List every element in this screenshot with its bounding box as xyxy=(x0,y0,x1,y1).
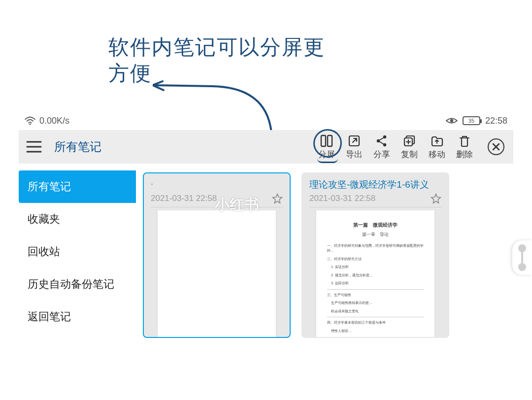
sidebar-item-all-notes[interactable]: 所有笔记 xyxy=(19,170,136,203)
note-title: 。 xyxy=(151,178,283,190)
app-toolbar: 所有笔记 分屏 导出 分享 复制 xyxy=(19,130,513,164)
close-button[interactable] xyxy=(488,138,504,155)
export-icon xyxy=(347,134,361,148)
edge-handle[interactable] xyxy=(512,240,532,275)
hamburger-icon xyxy=(26,140,42,153)
svg-point-1 xyxy=(450,119,453,122)
doc-subheading: 第一章 导论 xyxy=(327,232,424,238)
handle-bar-icon xyxy=(521,252,523,263)
network-speed: 0.00K/s xyxy=(39,116,69,126)
star-icon[interactable] xyxy=(431,193,441,204)
note-timestamp: 2021-03-31 22:58 xyxy=(309,194,375,203)
note-title: 理论攻坚-微观经济学1-6讲义 xyxy=(309,178,441,190)
note-card[interactable]: 理论攻坚-微观经济学1-6讲义 2021-03-31 22:58 第一篇 微观经… xyxy=(301,172,449,338)
export-label: 导出 xyxy=(346,149,363,160)
handle-dot-icon xyxy=(518,263,526,271)
menu-button[interactable] xyxy=(25,137,43,156)
note-thumbnail: 第一篇 微观经济学 第一章 导论 一、经济学的研究对象与范围，经济学是研究稀缺资… xyxy=(302,210,448,338)
export-button[interactable]: 导出 xyxy=(346,134,363,160)
split-screen-button[interactable]: 分屏 xyxy=(318,134,335,160)
svg-rect-3 xyxy=(328,135,332,146)
close-icon xyxy=(492,143,500,151)
annotation-line-2: 方便 xyxy=(108,62,152,85)
trash-icon xyxy=(458,134,471,148)
split-label: 分屏 xyxy=(318,149,335,160)
delete-button[interactable]: 删除 xyxy=(456,134,473,160)
delete-label: 删除 xyxy=(456,149,473,160)
handle-dot-icon xyxy=(518,244,526,252)
eye-icon xyxy=(446,116,458,125)
share-button[interactable]: 分享 xyxy=(373,134,390,160)
clock-time: 22:58 xyxy=(485,116,507,126)
note-timestamp: 2021-03-31 22:58 xyxy=(151,194,217,203)
share-icon xyxy=(375,134,389,148)
note-thumbnail xyxy=(144,210,290,337)
status-bar: 0.00K/s 35 22:58 xyxy=(25,114,507,127)
battery-level: 35 xyxy=(468,118,474,124)
document-page: 第一篇 微观经济学 第一章 导论 一、经济学的研究对象与范围，经济学是研究稀缺资… xyxy=(316,210,434,338)
annotation-line-1: 软件内笔记可以分屏更 xyxy=(108,35,325,59)
split-icon xyxy=(320,134,333,148)
copy-button[interactable]: 复制 xyxy=(401,134,418,160)
wifi-icon xyxy=(25,116,35,125)
blank-page xyxy=(158,210,276,337)
star-icon[interactable] xyxy=(272,193,283,204)
copy-icon xyxy=(402,134,416,148)
move-label: 移动 xyxy=(429,149,445,160)
sidebar: 所有笔记 收藏夹 回收站 历史自动备份笔记 返回笔记 xyxy=(19,170,136,333)
sidebar-item-return[interactable]: 返回笔记 xyxy=(19,300,136,333)
move-icon xyxy=(430,134,444,148)
note-card[interactable]: 。 2021-03-31 22:58 xyxy=(143,172,291,338)
note-grid: 。 2021-03-31 22:58 理论攻坚-微观经济学1-6讲义 2021-… xyxy=(143,172,449,338)
toolbar-actions: 分屏 导出 分享 复制 移动 xyxy=(318,134,504,160)
sidebar-item-trash[interactable]: 回收站 xyxy=(19,235,136,268)
doc-heading: 第一篇 微观经济学 xyxy=(327,221,424,229)
svg-rect-2 xyxy=(321,135,326,146)
toolbar-title: 所有笔记 xyxy=(54,139,101,155)
sidebar-item-backup[interactable]: 历史自动备份笔记 xyxy=(19,268,136,300)
share-label: 分享 xyxy=(373,149,390,160)
svg-point-0 xyxy=(30,124,31,125)
copy-label: 复制 xyxy=(401,149,418,160)
sidebar-item-favorites[interactable]: 收藏夹 xyxy=(19,203,136,235)
move-button[interactable]: 移动 xyxy=(429,134,445,160)
battery-icon: 35 xyxy=(463,116,480,125)
handwritten-annotation: 软件内笔记可以分屏更 方便 xyxy=(108,34,325,86)
